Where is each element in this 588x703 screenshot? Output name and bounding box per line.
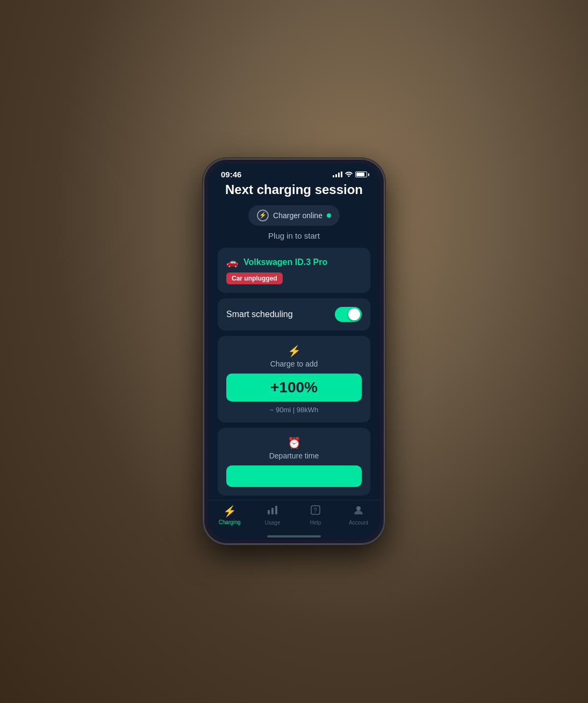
smart-scheduling-card: Smart scheduling [218, 298, 370, 331]
account-nav-icon [353, 505, 364, 518]
help-nav-label: Help [310, 520, 321, 526]
charging-nav-icon: ⚡ [223, 505, 236, 518]
charge-details: ~ 90mi | 98kWh [226, 406, 362, 414]
nav-help[interactable]: ? Help [294, 505, 337, 526]
nav-account[interactable]: Account [337, 505, 380, 526]
home-bar [267, 535, 321, 537]
usage-nav-label: Usage [265, 520, 281, 526]
car-status-badge-wrapper: Car unplugged [226, 272, 362, 284]
charger-status-text: Charger online [273, 211, 322, 220]
smart-scheduling-toggle[interactable] [335, 307, 362, 322]
phone-screen: 09:46 [208, 163, 380, 540]
screen-content[interactable]: Next charging session ⚡ Charger online P… [208, 182, 380, 500]
departure-time-button[interactable] [226, 465, 362, 487]
page-title: Next charging session [218, 182, 370, 198]
nav-charging[interactable]: ⚡ Charging [208, 505, 251, 526]
charger-online-dot [327, 213, 331, 218]
car-header: 🚗 Volkswagen ID.3 Pro [226, 256, 362, 268]
car-unplugged-badge: Car unplugged [226, 272, 283, 284]
departure-card[interactable]: ⏰ Departure time [218, 428, 370, 496]
charger-status-container: ⚡ Charger online [218, 205, 370, 226]
usage-nav-icon [267, 505, 278, 518]
signal-icon [333, 171, 342, 177]
account-nav-label: Account [349, 520, 368, 526]
car-name: Volkswagen ID.3 Pro [243, 257, 327, 267]
svg-point-5 [356, 506, 361, 511]
charging-nav-label: Charging [219, 519, 241, 525]
phone-frame: 09:46 [203, 158, 385, 545]
status-icons [333, 171, 367, 178]
smart-scheduling-row: Smart scheduling [226, 307, 362, 322]
charge-card[interactable]: ⚡ Charge to add +100% ~ 90mi | 98kWh [218, 336, 370, 422]
car-card[interactable]: 🚗 Volkswagen ID.3 Pro Car unplugged [218, 248, 370, 293]
status-time: 09:46 [221, 170, 241, 179]
help-nav-icon: ? [310, 505, 321, 518]
plug-in-text: Plug in to start [218, 231, 370, 240]
charger-plug-icon: ⚡ [257, 210, 269, 221]
svg-rect-1 [271, 508, 274, 514]
charger-pill[interactable]: ⚡ Charger online [248, 205, 340, 226]
svg-rect-2 [275, 506, 277, 514]
charge-percentage-button[interactable]: +100% [226, 374, 362, 401]
svg-rect-0 [268, 510, 270, 514]
toggle-knob [348, 309, 360, 320]
svg-text:?: ? [313, 507, 317, 514]
mute-button [203, 213, 204, 232]
battery-icon [355, 171, 367, 177]
car-icon: 🚗 [226, 256, 238, 268]
bottom-nav: ⚡ Charging Usage [208, 500, 380, 532]
volume-up-button [203, 240, 204, 269]
nav-usage[interactable]: Usage [251, 505, 294, 526]
home-indicator [208, 532, 380, 540]
alarm-icon: ⏰ [226, 436, 362, 449]
charge-label: Charge to add [226, 360, 362, 368]
smart-scheduling-label: Smart scheduling [226, 310, 293, 319]
bolt-icon: ⚡ [226, 345, 362, 357]
volume-down-button [203, 275, 204, 304]
notch [262, 163, 326, 178]
power-button [384, 229, 385, 261]
phone-wrapper: 09:46 [203, 158, 385, 545]
wifi-icon [345, 171, 353, 178]
departure-label: Departure time [226, 451, 362, 460]
